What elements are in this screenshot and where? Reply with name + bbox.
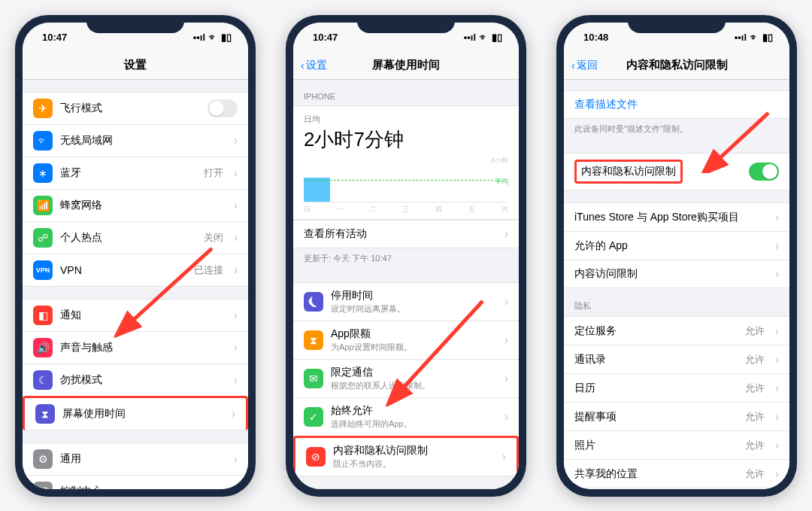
feature-desc: 选择始终可用的App。 xyxy=(331,418,494,430)
chat-icon: ✉ xyxy=(304,369,323,388)
row-label: 勿扰模式 xyxy=(60,373,223,387)
status-time: 10:47 xyxy=(313,32,338,43)
row-value: 打开 xyxy=(204,166,223,180)
feature-desc: 根据您的联系人设定限制。 xyxy=(331,380,494,391)
row-value: 允许 xyxy=(745,410,765,424)
chevron-right-icon: › xyxy=(775,239,779,253)
settings-row-hotspot[interactable]: ☍个人热点关闭› xyxy=(23,221,248,254)
row-label: 照片 xyxy=(574,439,738,452)
chevron-right-icon: › xyxy=(234,134,238,148)
content[interactable]: IPHONE 日均 2小时7分钟 4小时 平均 日一二三四五六 xyxy=(293,80,519,489)
privacy-row[interactable]: 日历允许› xyxy=(564,373,789,402)
notch xyxy=(628,15,726,33)
set-passcode[interactable]: 为屏幕使用时间设置密码 xyxy=(293,488,519,489)
usage-chart[interactable]: 日均 2小时7分钟 4小时 平均 日一二三四五六 xyxy=(293,105,519,220)
settings-row-gear[interactable]: ⚙通用› xyxy=(23,443,248,475)
row-value: 已连接 xyxy=(194,263,223,277)
privacy-row[interactable]: 定位服务允许› xyxy=(564,316,789,345)
row-label: 个人热点 xyxy=(60,231,196,245)
feature-title: 限定通信 xyxy=(331,366,494,379)
privacy-row[interactable]: 通讯录允许› xyxy=(564,345,789,373)
privacy-row[interactable]: 照片允许› xyxy=(564,430,789,459)
chevron-right-icon: › xyxy=(775,353,779,367)
notch xyxy=(357,15,455,33)
back-button[interactable]: ‹ 返回 xyxy=(571,59,598,72)
wifi-icon: ᯤ xyxy=(33,131,53,151)
privacy-row[interactable]: 蓝牙共享允许› xyxy=(564,488,789,489)
chevron-right-icon: › xyxy=(232,407,235,421)
wifi-icon: ᯤ xyxy=(479,32,489,43)
privacy-row[interactable]: 共享我的位置允许› xyxy=(564,459,789,488)
settings-row-hourglass[interactable]: ⧗屏幕使用时间› xyxy=(23,396,248,430)
passcode-group: 为屏幕使用时间设置密码 xyxy=(293,488,519,489)
privacy-row[interactable]: 提醒事项允许› xyxy=(564,402,789,430)
chevron-right-icon: › xyxy=(234,231,238,245)
content[interactable]: ✈飞行模式ᯤ无线局域网›∗蓝牙打开›📶蜂窝网络›☍个人热点关闭›VPNVPN已连… xyxy=(23,80,248,489)
feature-row-hourglass[interactable]: ⧗App限额为App设置时间限额。› xyxy=(293,321,519,359)
settings-row-bluetooth[interactable]: ∗蓝牙打开› xyxy=(23,157,248,189)
bluetooth-icon: ∗ xyxy=(33,163,53,183)
settings-row-bell[interactable]: ◧通知› xyxy=(23,299,248,331)
view-profiles[interactable]: 查看描述文件 xyxy=(564,90,789,119)
feature-row-ban[interactable]: ⊘内容和隐私访问限制阻止不当内容。› xyxy=(293,436,519,476)
chevron-right-icon: › xyxy=(502,450,506,464)
updated-footer: 更新于: 今天 下午 10:47 xyxy=(293,248,519,270)
chart-avg-line xyxy=(304,180,493,181)
see-all-activity[interactable]: 查看所有活动 › xyxy=(293,220,519,248)
ban-icon: ⊘ xyxy=(306,447,326,467)
privacy-items-group: 定位服务允许›通讯录允许›日历允许›提醒事项允许›照片允许›共享我的位置允许›蓝… xyxy=(564,316,789,489)
restriction-row[interactable]: 内容访问限制› xyxy=(564,260,789,288)
content-privacy-toggle[interactable] xyxy=(749,163,779,181)
row-label: 允许的 App xyxy=(574,239,765,253)
content[interactable]: 查看描述文件 此设备同时受"描述文件"限制。 内容和隐私访问限制 iTunes … xyxy=(564,80,789,489)
feature-title: 始终允许 xyxy=(331,404,494,418)
settings-row-moon[interactable]: ☾勿扰模式› xyxy=(23,363,248,396)
settings-row-cellular[interactable]: 📶蜂窝网络› xyxy=(23,189,248,221)
nav-bar: ‹ 设置 屏幕使用时间 xyxy=(293,51,519,80)
settings-row-airplane[interactable]: ✈飞行模式 xyxy=(23,92,248,124)
feature-row-check[interactable]: ✓始终允许选择始终可用的App。› xyxy=(293,397,519,436)
row-label: 通知 xyxy=(60,309,223,322)
content-privacy-toggle-row[interactable]: 内容和隐私访问限制 xyxy=(564,153,789,190)
signal-icon: ••ıl xyxy=(735,32,747,43)
restriction-row[interactable]: iTunes Store 与 App Store购买项目› xyxy=(564,202,789,231)
feature-row-bed[interactable]: ⏾停用时间设定时间远离屏幕。› xyxy=(293,282,519,321)
nav-title: 内容和隐私访问限制 xyxy=(626,58,728,72)
battery-icon: ▮▯ xyxy=(492,32,502,43)
airplane-icon: ✈ xyxy=(33,99,53,118)
feature-row-chat[interactable]: ✉限定通信根据您的联系人设定限制。› xyxy=(293,359,519,397)
restriction-row[interactable]: 允许的 App› xyxy=(564,231,789,260)
settings-row-vpn[interactable]: VPNVPN已连接› xyxy=(23,254,248,287)
signal-icon: ••ıl xyxy=(193,32,205,43)
nav-bar: 设置 xyxy=(23,51,248,80)
chevron-right-icon: › xyxy=(504,295,508,309)
settings-row-speaker[interactable]: 🔊声音与触感› xyxy=(23,331,248,363)
bed-icon: ⏾ xyxy=(304,292,323,312)
settings-row-sliders[interactable]: ☷控制中心› xyxy=(23,475,248,489)
wifi-icon: ᯤ xyxy=(208,32,218,43)
screen-1: 10:47 ••ıl ᯤ ▮▯ 设置 ✈飞行模式ᯤ无线局域网›∗蓝牙打开›📶蜂窝… xyxy=(23,23,248,489)
nav-title: 屏幕使用时间 xyxy=(372,58,440,72)
moon-icon: ☾ xyxy=(33,370,53,390)
screen-2: 10:47 ••ıl ᯤ ▮▯ ‹ 设置 屏幕使用时间 IPHONE 日均 2小… xyxy=(293,23,519,489)
chevron-right-icon: › xyxy=(775,410,779,424)
row-label: 内容访问限制 xyxy=(574,267,765,281)
section-header-iphone: IPHONE xyxy=(293,80,519,105)
chevron-right-icon: › xyxy=(504,410,508,424)
settings-group: ⚙通用›☷控制中心›AA显示与亮度›▦主屏幕›♿辅助功能›❀墙纸› xyxy=(23,443,248,489)
row-label: 屏幕使用时间 xyxy=(62,407,221,421)
nav-bar: ‹ 返回 内容和隐私访问限制 xyxy=(564,51,789,80)
battery-icon: ▮▯ xyxy=(221,32,232,43)
hourglass-icon: ⧗ xyxy=(304,330,323,350)
wifi-icon: ᯤ xyxy=(750,32,759,43)
row-label: 无线局域网 xyxy=(60,134,223,148)
toggle[interactable] xyxy=(208,99,238,117)
chevron-left-icon: ‹ xyxy=(571,59,575,71)
row-label: 通用 xyxy=(60,452,223,466)
back-button[interactable]: ‹ 设置 xyxy=(301,59,327,72)
feature-desc: 为App设置时间限额。 xyxy=(331,342,494,353)
settings-row-wifi[interactable]: ᯤ无线局域网› xyxy=(23,124,248,157)
vpn-icon: VPN xyxy=(33,260,53,280)
feature-title: 内容和隐私访问限制 xyxy=(333,444,492,458)
chevron-left-icon: ‹ xyxy=(301,59,304,71)
